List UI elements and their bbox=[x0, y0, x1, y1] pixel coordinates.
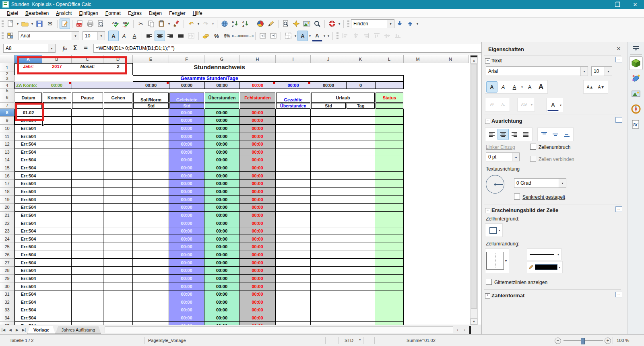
cell-F32[interactable]: 00:00 bbox=[169, 298, 204, 306]
sidebar-bold-button[interactable]: A bbox=[486, 81, 497, 93]
cell-J27[interactable] bbox=[311, 259, 346, 267]
vertical-scrollbar[interactable]: ▲ ▼ bbox=[470, 55, 478, 325]
header-gehen[interactable]: Gehen bbox=[104, 93, 132, 103]
cell-B9[interactable] bbox=[42, 117, 72, 125]
cell-B33[interactable] bbox=[42, 306, 72, 314]
cell-F25[interactable]: 00:00 bbox=[169, 243, 204, 251]
orientation-dial[interactable] bbox=[486, 175, 504, 194]
cell-G20[interactable]: 00:00 bbox=[204, 204, 239, 212]
zoom-out-button[interactable]: − bbox=[555, 338, 561, 344]
align-middle-button[interactable] bbox=[550, 129, 561, 140]
cell-F17[interactable]: 00:00 bbox=[169, 180, 204, 188]
decrease-indent-button[interactable] bbox=[258, 31, 268, 41]
cell-H35[interactable]: 00:00 bbox=[239, 322, 276, 325]
cell-G23[interactable]: 00:00 bbox=[204, 227, 239, 235]
cell-B23[interactable] bbox=[42, 227, 72, 235]
header-urlaub[interactable]: Urlaub bbox=[311, 93, 375, 103]
header-ueberstunden[interactable]: Überstunden bbox=[205, 93, 239, 103]
cell-E11[interactable] bbox=[133, 132, 169, 140]
cell-B1-jahr-value[interactable]: 2017 bbox=[42, 64, 72, 69]
cell-L32[interactable] bbox=[375, 298, 404, 306]
sidebar-align-left-button[interactable] bbox=[486, 129, 497, 140]
cell-D9[interactable] bbox=[103, 117, 133, 125]
row-header-23[interactable]: 23 bbox=[0, 227, 14, 235]
cell-L26[interactable] bbox=[375, 251, 404, 259]
cell-G8[interactable]: 00:00 bbox=[204, 109, 239, 117]
cell-L24[interactable] bbox=[375, 235, 404, 243]
orientation-combo[interactable]: 0 Grad ▾ bbox=[514, 178, 566, 188]
minimize-button[interactable]: – bbox=[591, 0, 609, 9]
cell-A12[interactable]: Err:504 bbox=[14, 140, 42, 148]
cell-F35[interactable]: 00:00 bbox=[169, 322, 204, 325]
cell-H23[interactable]: 00:00 bbox=[239, 227, 276, 235]
header-status[interactable]: Status bbox=[376, 93, 403, 103]
function-wizard-button[interactable]: fω bbox=[60, 43, 70, 53]
open-button[interactable] bbox=[20, 19, 30, 29]
cell-F19[interactable]: 00:00 bbox=[169, 196, 204, 204]
cell-J9[interactable] bbox=[311, 117, 346, 125]
cell-A31[interactable]: Err:504 bbox=[14, 290, 42, 299]
font-name-dropdown[interactable]: ▾ bbox=[72, 32, 79, 40]
border-color-button[interactable] bbox=[528, 264, 557, 270]
cell-D11[interactable] bbox=[103, 132, 133, 140]
cell-I31[interactable] bbox=[276, 290, 311, 299]
sidebar-tab-styles[interactable] bbox=[629, 72, 643, 85]
cell-C32[interactable] bbox=[72, 298, 103, 306]
cell-B30[interactable] bbox=[42, 282, 72, 290]
cell-A18[interactable]: Err:504 bbox=[14, 188, 42, 196]
cell-G35[interactable]: 00:00 bbox=[204, 322, 239, 325]
row-header-6[interactable]: 6 bbox=[0, 92, 14, 103]
next-sheet-button[interactable]: ▶ bbox=[14, 326, 21, 334]
cell-J25[interactable] bbox=[311, 243, 346, 251]
cell-K15[interactable] bbox=[346, 164, 375, 172]
cell-E9[interactable] bbox=[133, 117, 169, 125]
sidebar-underline-dropdown[interactable]: ▾ bbox=[520, 82, 524, 92]
cell-L19[interactable] bbox=[375, 196, 404, 204]
row-header-28[interactable]: 28 bbox=[0, 267, 14, 275]
cell-K19[interactable] bbox=[346, 196, 375, 204]
cell-A32[interactable]: Err:504 bbox=[14, 298, 42, 306]
cell-E30[interactable] bbox=[133, 282, 169, 290]
cell-G9[interactable]: 00:00 bbox=[204, 117, 239, 125]
cell-J29[interactable] bbox=[311, 275, 346, 283]
cell-I21[interactable] bbox=[276, 212, 311, 220]
font-color-button[interactable]: A bbox=[312, 30, 322, 41]
new-document-button[interactable] bbox=[5, 19, 16, 29]
cell-B25[interactable] bbox=[42, 243, 72, 251]
cell-I12[interactable] bbox=[276, 140, 311, 148]
cell-D20[interactable] bbox=[103, 204, 133, 212]
cell-K23[interactable] bbox=[346, 227, 375, 235]
row-header-19[interactable]: 19 bbox=[0, 196, 14, 204]
cell-F20[interactable]: 00:00 bbox=[169, 204, 204, 212]
save-button[interactable] bbox=[34, 19, 45, 29]
bold-button[interactable]: A bbox=[108, 31, 119, 41]
border-preset-dropdown[interactable]: ▾ bbox=[504, 256, 508, 266]
cell-L15[interactable] bbox=[375, 164, 404, 172]
cell-G30[interactable]: 00:00 bbox=[204, 282, 239, 290]
cell-F26[interactable]: 00:00 bbox=[169, 251, 204, 259]
close-button[interactable]: ✕ bbox=[626, 0, 644, 9]
cell-F23[interactable]: 00:00 bbox=[169, 227, 204, 235]
cell-K32[interactable] bbox=[346, 298, 375, 306]
cell-C19[interactable] bbox=[72, 196, 103, 204]
cell-J33[interactable] bbox=[311, 306, 346, 314]
cell-B34[interactable] bbox=[42, 314, 72, 322]
cell-I8[interactable] bbox=[276, 109, 311, 117]
cell-I27[interactable] bbox=[276, 259, 311, 267]
row-header-12[interactable]: 12 bbox=[0, 140, 14, 148]
cell-E31[interactable] bbox=[133, 290, 169, 299]
cell-K8[interactable] bbox=[346, 109, 375, 117]
cell-A29[interactable]: Err:504 bbox=[14, 275, 42, 283]
row-header-13[interactable]: 13 bbox=[0, 148, 14, 157]
cell-D29[interactable] bbox=[103, 275, 133, 283]
cell-K25[interactable] bbox=[346, 243, 375, 251]
draw-functions-button[interactable] bbox=[266, 19, 276, 29]
cut-button[interactable]: ✂ bbox=[136, 19, 146, 29]
row-header-32[interactable]: 32 bbox=[0, 298, 14, 306]
auto-spellcheck-button[interactable]: AB bbox=[121, 19, 131, 29]
banner-text[interactable]: Gesammte Stunden/Tage bbox=[133, 76, 286, 81]
cell-C23[interactable] bbox=[72, 227, 103, 235]
cell-A22[interactable]: Err:504 bbox=[14, 219, 42, 227]
cell-F18[interactable]: 00:00 bbox=[169, 188, 204, 196]
cell-G19[interactable]: 00:00 bbox=[204, 196, 239, 204]
